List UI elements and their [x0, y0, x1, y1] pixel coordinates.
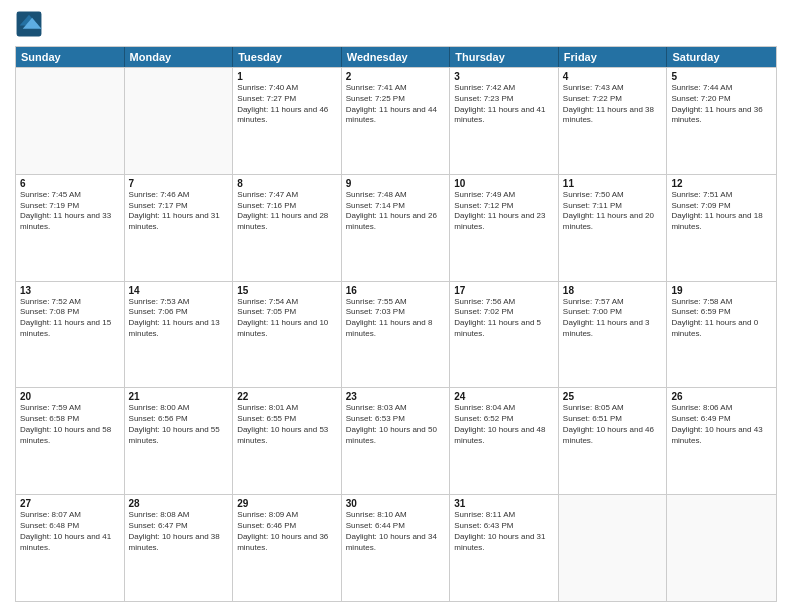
calendar-cell: 23Sunrise: 8:03 AM Sunset: 6:53 PM Dayli… — [342, 388, 451, 494]
day-detail: Sunrise: 7:52 AM Sunset: 7:08 PM Dayligh… — [20, 297, 120, 340]
day-number: 8 — [237, 178, 337, 189]
calendar-cell — [16, 68, 125, 174]
calendar-cell: 21Sunrise: 8:00 AM Sunset: 6:56 PM Dayli… — [125, 388, 234, 494]
day-number: 16 — [346, 285, 446, 296]
day-number: 17 — [454, 285, 554, 296]
calendar-cell: 25Sunrise: 8:05 AM Sunset: 6:51 PM Dayli… — [559, 388, 668, 494]
day-number: 19 — [671, 285, 772, 296]
day-number: 26 — [671, 391, 772, 402]
calendar-cell — [667, 495, 776, 601]
calendar-cell: 1Sunrise: 7:40 AM Sunset: 7:27 PM Daylig… — [233, 68, 342, 174]
day-detail: Sunrise: 8:00 AM Sunset: 6:56 PM Dayligh… — [129, 403, 229, 446]
day-detail: Sunrise: 8:11 AM Sunset: 6:43 PM Dayligh… — [454, 510, 554, 553]
logo-icon — [15, 10, 43, 38]
day-number: 30 — [346, 498, 446, 509]
day-number: 22 — [237, 391, 337, 402]
day-detail: Sunrise: 7:57 AM Sunset: 7:00 PM Dayligh… — [563, 297, 663, 340]
calendar-cell: 28Sunrise: 8:08 AM Sunset: 6:47 PM Dayli… — [125, 495, 234, 601]
day-detail: Sunrise: 7:43 AM Sunset: 7:22 PM Dayligh… — [563, 83, 663, 126]
day-number: 23 — [346, 391, 446, 402]
day-number: 7 — [129, 178, 229, 189]
day-number: 28 — [129, 498, 229, 509]
calendar-cell: 8Sunrise: 7:47 AM Sunset: 7:16 PM Daylig… — [233, 175, 342, 281]
calendar-row: 27Sunrise: 8:07 AM Sunset: 6:48 PM Dayli… — [16, 494, 776, 601]
day-detail: Sunrise: 7:59 AM Sunset: 6:58 PM Dayligh… — [20, 403, 120, 446]
day-number: 10 — [454, 178, 554, 189]
calendar-row: 20Sunrise: 7:59 AM Sunset: 6:58 PM Dayli… — [16, 387, 776, 494]
day-number: 9 — [346, 178, 446, 189]
calendar-row: 13Sunrise: 7:52 AM Sunset: 7:08 PM Dayli… — [16, 281, 776, 388]
day-number: 29 — [237, 498, 337, 509]
day-detail: Sunrise: 7:53 AM Sunset: 7:06 PM Dayligh… — [129, 297, 229, 340]
day-detail: Sunrise: 8:07 AM Sunset: 6:48 PM Dayligh… — [20, 510, 120, 553]
calendar-cell: 11Sunrise: 7:50 AM Sunset: 7:11 PM Dayli… — [559, 175, 668, 281]
calendar-cell: 17Sunrise: 7:56 AM Sunset: 7:02 PM Dayli… — [450, 282, 559, 388]
calendar-cell — [559, 495, 668, 601]
header — [15, 10, 777, 38]
calendar-cell: 7Sunrise: 7:46 AM Sunset: 7:17 PM Daylig… — [125, 175, 234, 281]
day-number: 31 — [454, 498, 554, 509]
calendar-cell: 29Sunrise: 8:09 AM Sunset: 6:46 PM Dayli… — [233, 495, 342, 601]
calendar-cell: 24Sunrise: 8:04 AM Sunset: 6:52 PM Dayli… — [450, 388, 559, 494]
day-number: 12 — [671, 178, 772, 189]
day-number: 15 — [237, 285, 337, 296]
calendar-cell: 16Sunrise: 7:55 AM Sunset: 7:03 PM Dayli… — [342, 282, 451, 388]
calendar-cell: 15Sunrise: 7:54 AM Sunset: 7:05 PM Dayli… — [233, 282, 342, 388]
day-number: 5 — [671, 71, 772, 82]
calendar-cell: 3Sunrise: 7:42 AM Sunset: 7:23 PM Daylig… — [450, 68, 559, 174]
calendar-header: SundayMondayTuesdayWednesdayThursdayFrid… — [16, 47, 776, 67]
day-detail: Sunrise: 8:01 AM Sunset: 6:55 PM Dayligh… — [237, 403, 337, 446]
calendar-cell: 6Sunrise: 7:45 AM Sunset: 7:19 PM Daylig… — [16, 175, 125, 281]
day-detail: Sunrise: 7:47 AM Sunset: 7:16 PM Dayligh… — [237, 190, 337, 233]
calendar-cell: 27Sunrise: 8:07 AM Sunset: 6:48 PM Dayli… — [16, 495, 125, 601]
day-detail: Sunrise: 7:45 AM Sunset: 7:19 PM Dayligh… — [20, 190, 120, 233]
calendar-cell: 22Sunrise: 8:01 AM Sunset: 6:55 PM Dayli… — [233, 388, 342, 494]
weekday-header: Saturday — [667, 47, 776, 67]
day-detail: Sunrise: 8:04 AM Sunset: 6:52 PM Dayligh… — [454, 403, 554, 446]
calendar-cell: 13Sunrise: 7:52 AM Sunset: 7:08 PM Dayli… — [16, 282, 125, 388]
calendar-row: 6Sunrise: 7:45 AM Sunset: 7:19 PM Daylig… — [16, 174, 776, 281]
calendar-cell: 20Sunrise: 7:59 AM Sunset: 6:58 PM Dayli… — [16, 388, 125, 494]
day-number: 20 — [20, 391, 120, 402]
day-number: 13 — [20, 285, 120, 296]
day-number: 1 — [237, 71, 337, 82]
day-number: 18 — [563, 285, 663, 296]
calendar: SundayMondayTuesdayWednesdayThursdayFrid… — [15, 46, 777, 602]
calendar-cell: 26Sunrise: 8:06 AM Sunset: 6:49 PM Dayli… — [667, 388, 776, 494]
day-number: 24 — [454, 391, 554, 402]
weekday-header: Sunday — [16, 47, 125, 67]
calendar-cell: 5Sunrise: 7:44 AM Sunset: 7:20 PM Daylig… — [667, 68, 776, 174]
day-number: 2 — [346, 71, 446, 82]
calendar-cell: 31Sunrise: 8:11 AM Sunset: 6:43 PM Dayli… — [450, 495, 559, 601]
calendar-cell: 18Sunrise: 7:57 AM Sunset: 7:00 PM Dayli… — [559, 282, 668, 388]
day-number: 4 — [563, 71, 663, 82]
day-detail: Sunrise: 7:56 AM Sunset: 7:02 PM Dayligh… — [454, 297, 554, 340]
day-detail: Sunrise: 7:54 AM Sunset: 7:05 PM Dayligh… — [237, 297, 337, 340]
day-number: 25 — [563, 391, 663, 402]
calendar-cell: 9Sunrise: 7:48 AM Sunset: 7:14 PM Daylig… — [342, 175, 451, 281]
day-detail: Sunrise: 7:46 AM Sunset: 7:17 PM Dayligh… — [129, 190, 229, 233]
weekday-header: Friday — [559, 47, 668, 67]
day-detail: Sunrise: 8:05 AM Sunset: 6:51 PM Dayligh… — [563, 403, 663, 446]
day-number: 11 — [563, 178, 663, 189]
day-number: 3 — [454, 71, 554, 82]
calendar-cell: 30Sunrise: 8:10 AM Sunset: 6:44 PM Dayli… — [342, 495, 451, 601]
logo — [15, 10, 47, 38]
weekday-header: Wednesday — [342, 47, 451, 67]
weekday-header: Thursday — [450, 47, 559, 67]
page: SundayMondayTuesdayWednesdayThursdayFrid… — [0, 0, 792, 612]
day-detail: Sunrise: 7:42 AM Sunset: 7:23 PM Dayligh… — [454, 83, 554, 126]
day-number: 6 — [20, 178, 120, 189]
day-detail: Sunrise: 7:51 AM Sunset: 7:09 PM Dayligh… — [671, 190, 772, 233]
day-detail: Sunrise: 7:50 AM Sunset: 7:11 PM Dayligh… — [563, 190, 663, 233]
calendar-row: 1Sunrise: 7:40 AM Sunset: 7:27 PM Daylig… — [16, 67, 776, 174]
day-detail: Sunrise: 7:58 AM Sunset: 6:59 PM Dayligh… — [671, 297, 772, 340]
day-detail: Sunrise: 7:44 AM Sunset: 7:20 PM Dayligh… — [671, 83, 772, 126]
calendar-cell — [125, 68, 234, 174]
day-detail: Sunrise: 7:49 AM Sunset: 7:12 PM Dayligh… — [454, 190, 554, 233]
day-number: 21 — [129, 391, 229, 402]
calendar-cell: 12Sunrise: 7:51 AM Sunset: 7:09 PM Dayli… — [667, 175, 776, 281]
calendar-cell: 4Sunrise: 7:43 AM Sunset: 7:22 PM Daylig… — [559, 68, 668, 174]
day-detail: Sunrise: 7:40 AM Sunset: 7:27 PM Dayligh… — [237, 83, 337, 126]
day-detail: Sunrise: 7:55 AM Sunset: 7:03 PM Dayligh… — [346, 297, 446, 340]
